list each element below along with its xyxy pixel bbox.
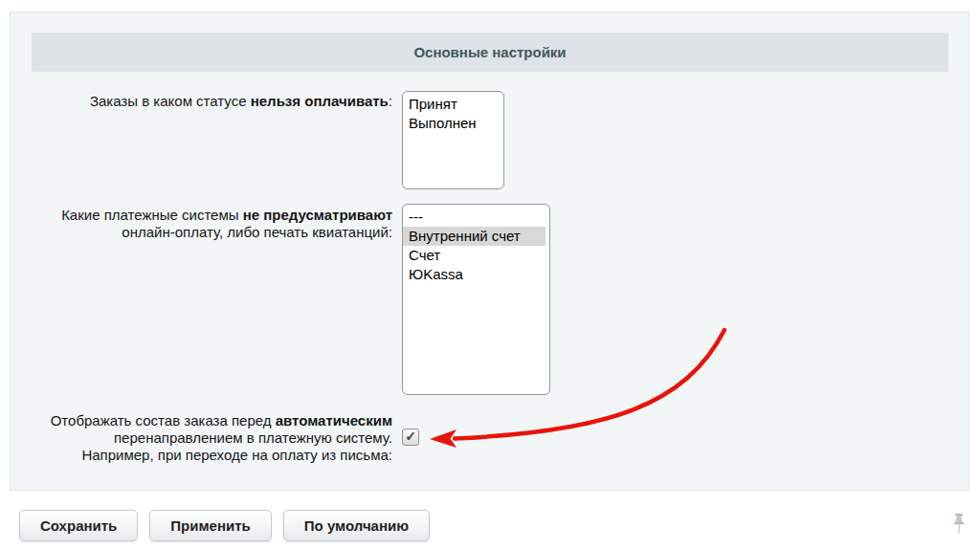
label-bold-text: нельзя оплачивать [251, 93, 389, 109]
payment-systems-field-label: Какие платежные системы не предусматрива… [29, 207, 392, 241]
defaults-button[interactable]: По умолчанию [283, 510, 430, 541]
pin-icon[interactable] [952, 514, 966, 536]
panel-title: Основные настройки [413, 44, 566, 60]
label-text: Например, при переходе на оплату из пись… [19, 447, 392, 464]
listbox-option[interactable]: Выполнен [403, 114, 500, 133]
listbox-option[interactable]: Принят [403, 95, 500, 114]
status-listbox[interactable]: Принят Выполнен [402, 91, 504, 189]
listbox-option[interactable]: ЮKassa [403, 265, 546, 284]
listbox-option-selected[interactable]: Внутренний счет [403, 227, 546, 246]
show-order-checkbox[interactable]: ✓ [402, 429, 419, 446]
show-order-field-label: Отображать состав заказа перед автоматич… [19, 412, 392, 464]
checkmark-icon: ✓ [405, 429, 416, 443]
label-text: онлайн-оплату, либо печать квиатанций: [29, 224, 392, 241]
listbox-option[interactable]: --- [403, 208, 546, 227]
label-bold-text: автоматическим [276, 412, 392, 429]
label-text: : [389, 93, 392, 109]
label-text: Какие платежные системы [61, 207, 243, 223]
status-field-label: Заказы в каком статусе нельзя оплачивать… [29, 93, 392, 110]
apply-button[interactable]: Применить [149, 510, 271, 541]
payment-systems-listbox[interactable]: --- Внутренний счет Счет ЮKassa [402, 204, 550, 395]
page: Основные настройки Заказы в каком статус… [0, 0, 980, 550]
toolbar: Сохранить Применить По умолчанию [19, 510, 430, 541]
label-text: перенаправлением в платежную систему. [19, 429, 392, 447]
settings-panel: Основные настройки Заказы в каком статус… [10, 11, 969, 491]
panel-header: Основные настройки [32, 33, 948, 72]
save-button[interactable]: Сохранить [19, 510, 138, 541]
listbox-option[interactable]: Счет [403, 246, 546, 265]
label-text: Заказы в каком статусе [90, 93, 251, 109]
label-bold-text: не предусматривают [243, 207, 392, 223]
label-text: Отображать состав заказа перед [51, 412, 276, 429]
